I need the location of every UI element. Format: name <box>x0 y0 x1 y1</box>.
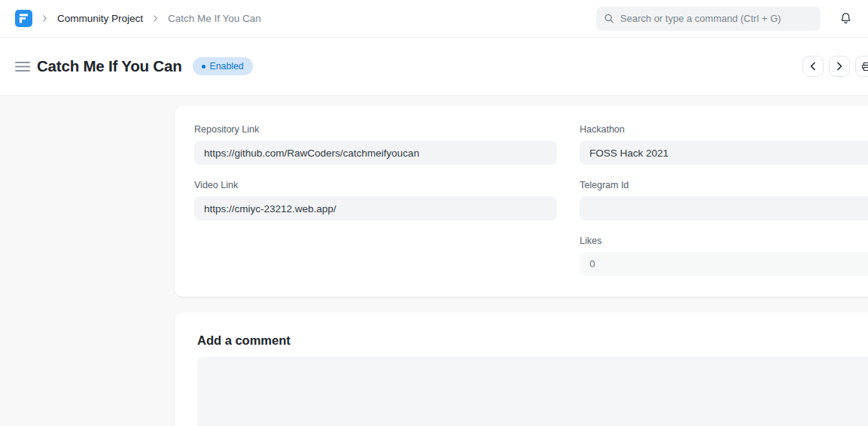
page-title: Catch Me If You Can <box>37 57 182 75</box>
comment-input[interactable] <box>197 357 868 426</box>
details-card: Repository Link Video Link Hackathon Tel… <box>175 106 868 297</box>
telegram-id-input[interactable] <box>580 196 868 221</box>
next-record-button[interactable] <box>829 56 850 77</box>
comments-card: Add a comment <box>175 312 868 426</box>
search-bar[interactable] <box>596 7 821 31</box>
hackathon-input[interactable] <box>580 141 868 165</box>
sidebar-toggle-button[interactable] <box>15 61 30 72</box>
repository-link-input[interactable] <box>194 141 557 165</box>
form-column-right: Hackathon Telegram Id Likes 0 <box>580 124 868 276</box>
field-telegram-id: Telegram Id <box>580 180 868 221</box>
breadcrumb-current: Catch Me If You Can <box>168 13 261 24</box>
field-likes: Likes 0 <box>580 236 868 276</box>
comments-heading: Add a comment <box>197 333 868 348</box>
field-video-link: Video Link <box>194 180 557 221</box>
breadcrumb-link-community-project[interactable]: Community Project <box>57 13 143 24</box>
printer-icon <box>860 61 868 72</box>
field-hackathon: Hackathon <box>580 124 868 165</box>
chevron-right-icon <box>41 15 48 22</box>
form-column-left: Repository Link Video Link <box>194 124 557 276</box>
likes-value: 0 <box>580 252 868 276</box>
menu-icon <box>15 61 30 72</box>
chevron-right-icon <box>152 15 159 22</box>
hackathon-label: Hackathon <box>580 124 868 135</box>
print-button[interactable] <box>855 56 868 77</box>
video-link-label: Video Link <box>194 180 557 190</box>
search-input[interactable] <box>620 13 813 24</box>
bell-icon <box>839 11 853 26</box>
main-content: Repository Link Video Link Hackathon Tel… <box>0 96 868 426</box>
video-link-input[interactable] <box>194 196 557 221</box>
chevron-left-icon <box>809 62 818 71</box>
status-dot-icon <box>202 65 206 68</box>
search-icon <box>604 13 614 24</box>
frappe-logo-icon <box>19 14 29 23</box>
likes-label: Likes <box>580 236 868 246</box>
status-badge: Enabled <box>193 57 253 75</box>
notifications-button[interactable] <box>839 11 853 26</box>
telegram-id-label: Telegram Id <box>580 180 868 190</box>
status-badge-label: Enabled <box>210 61 244 72</box>
app-logo[interactable] <box>15 10 32 27</box>
page-header: Catch Me If You Can Enabled <box>0 38 868 96</box>
field-repository-link: Repository Link <box>194 124 557 165</box>
form-columns: Repository Link Video Link Hackathon Tel… <box>194 124 868 276</box>
chevron-right-icon <box>835 62 844 71</box>
repository-link-label: Repository Link <box>194 124 557 135</box>
prev-record-button[interactable] <box>803 56 824 77</box>
header-actions <box>803 56 868 77</box>
top-navbar: Community Project Catch Me If You Can <box>0 0 868 38</box>
